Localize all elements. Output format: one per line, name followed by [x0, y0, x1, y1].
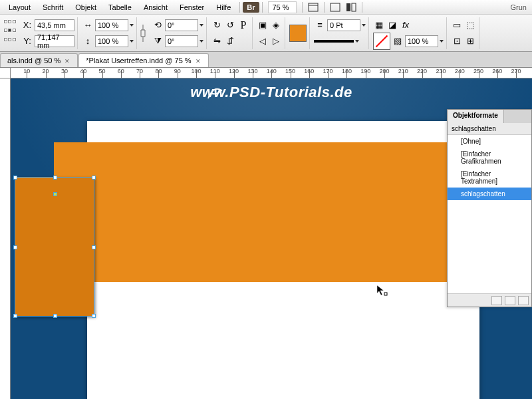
tab-label: als.indd @ 50 %	[7, 57, 61, 65]
stroke-weight-field[interactable]: 0 Pt	[327, 19, 360, 31]
svg-rect-4	[352, 3, 356, 11]
scale-x-icon: ↔	[82, 19, 94, 31]
select-next-icon[interactable]: ▷	[270, 35, 282, 47]
chevron-down-icon	[130, 24, 134, 27]
horizontal-ruler[interactable]: 0102030405060708090100110120130140150160…	[11, 68, 532, 78]
close-tab-icon[interactable]: ✕	[196, 58, 201, 64]
panel-tab[interactable]: Objektformate	[448, 110, 504, 123]
selection-frame	[15, 177, 94, 317]
constrain-proportions-icon[interactable]	[138, 20, 148, 47]
delete-style-button[interactable]	[518, 296, 529, 305]
rotation-field[interactable]: 0°	[165, 19, 198, 31]
chevron-down-icon	[362, 24, 366, 27]
no-fill-swatch[interactable]	[373, 33, 390, 50]
chevron-down-icon	[130, 40, 134, 43]
ruler-origin[interactable]	[0, 68, 11, 78]
document-tab-bar: als.indd @ 50 % ✕ *Plakat Usertreffen.in…	[0, 52, 532, 68]
style-item-graphic-frame[interactable]: [Einfacher Grafikrahmen	[448, 148, 531, 168]
y-position-icon: Y:	[21, 35, 33, 47]
svg-rect-0	[309, 3, 318, 11]
new-style-button[interactable]	[505, 296, 515, 305]
object-styles-list: [Ohne] [Einfacher Grafikrahmen [Einfache…	[448, 135, 531, 293]
zoom-value: 75 %	[273, 3, 289, 11]
shear-field[interactable]: 0°	[165, 35, 198, 47]
menu-divider	[362, 2, 362, 13]
select-container-icon[interactable]: ▣	[257, 19, 269, 31]
stroke-style-dropdown[interactable]	[314, 40, 354, 43]
scale-y-icon: ↕	[82, 35, 94, 47]
chevron-down-icon	[355, 40, 359, 43]
panel-tab-row: Objektformate	[448, 110, 531, 123]
svg-rect-3	[346, 3, 350, 11]
flip-h-icon[interactable]: ⇋	[211, 35, 223, 47]
view-mode-normal-icon[interactable]	[306, 1, 321, 13]
menu-divider	[324, 2, 325, 13]
menu-divider	[262, 2, 263, 13]
svg-rect-2	[331, 3, 340, 11]
menu-tabelle[interactable]: Tabelle	[102, 1, 138, 13]
menu-schrift[interactable]: Schrift	[37, 1, 69, 13]
y-position-field[interactable]: 71,147 mm	[35, 35, 74, 47]
opacity-field[interactable]: 100 %	[405, 35, 438, 47]
shear-icon: ⧩	[152, 35, 164, 47]
paragraph-icon[interactable]: P	[237, 19, 249, 31]
object-styles-panel: Objektformate schlagschatten [Ohne] [Ein…	[447, 109, 532, 307]
panel-footer	[448, 293, 531, 307]
panel-current-style[interactable]: schlagschatten	[448, 123, 531, 135]
website-url-text: www.PSD-Tutorials.de	[190, 84, 352, 101]
zoom-dropdown[interactable]: 75 %	[268, 1, 297, 13]
text-wrap-none-icon[interactable]: ▭	[451, 19, 463, 31]
effects-icon[interactable]: ▦	[373, 19, 385, 31]
chevron-down-icon	[200, 40, 203, 43]
opacity-icon: ▧	[392, 35, 404, 47]
menu-divider	[302, 2, 303, 13]
menu-fenster[interactable]: Fenster	[174, 1, 210, 13]
scale-x-field[interactable]: 100 %	[95, 19, 128, 31]
menu-ansicht[interactable]: Ansicht	[138, 1, 174, 13]
workspace-label[interactable]: Grun	[511, 3, 529, 11]
x-position-field[interactable]: 43,5 mm	[35, 19, 74, 31]
rotate-cw-icon[interactable]: ↻	[211, 19, 223, 31]
style-item-schlagschatten[interactable]: schlagschatten	[448, 188, 531, 200]
text-wrap-bbox-icon[interactable]: ⬚	[464, 19, 476, 31]
style-item-text-frame[interactable]: [Einfacher Textrahmen]	[448, 168, 531, 188]
select-prev-icon[interactable]: ◁	[257, 35, 269, 47]
style-item-none[interactable]: [Ohne]	[448, 135, 531, 148]
reference-point[interactable]	[3, 19, 17, 48]
clear-overrides-button[interactable]	[491, 296, 502, 305]
menu-hilfe[interactable]: Hilfe	[210, 1, 237, 13]
fit-content-icon[interactable]: ⊡	[451, 35, 463, 47]
document-tab[interactable]: als.indd @ 50 % ✕	[0, 53, 78, 67]
menu-objekt[interactable]: Objekt	[69, 1, 102, 13]
fit-frame-icon[interactable]: ⊞	[464, 35, 476, 47]
fill-color-swatch[interactable]	[289, 25, 307, 42]
chevron-down-icon	[440, 40, 444, 43]
menu-bar: Layout Schrift Objekt Tabelle Ansicht Fe…	[0, 0, 532, 15]
menu-layout[interactable]: Layout	[3, 1, 37, 13]
fx-icon[interactable]: fx	[400, 19, 412, 31]
arrange-icon[interactable]	[344, 1, 358, 13]
bridge-button[interactable]: Br	[243, 2, 259, 13]
flip-v-icon[interactable]: ⇵	[224, 35, 236, 47]
control-bar: X:43,5 mm Y:71,147 mm ↔100 % ↕100 % ⟲0° …	[0, 15, 532, 52]
menu-divider	[239, 2, 240, 13]
orange-rectangle[interactable]	[54, 142, 460, 282]
panel-empty-area	[448, 200, 531, 293]
select-content-icon[interactable]: ◈	[270, 19, 282, 31]
drop-shadow-icon[interactable]: ◪	[386, 19, 398, 31]
tab-label: *Plakat Usertreffen.indd @ 75 %	[86, 57, 191, 65]
vertical-ruler[interactable]	[0, 78, 11, 399]
close-tab-icon[interactable]: ✕	[65, 58, 70, 64]
rotate-ccw-icon[interactable]: ↺	[224, 19, 236, 31]
stroke-weight-icon: ≡	[314, 19, 326, 31]
chevron-down-icon	[200, 24, 203, 27]
x-position-icon: X:	[21, 19, 33, 31]
document-tab[interactable]: *Plakat Usertreffen.indd @ 75 % ✕	[78, 53, 208, 67]
rotation-icon: ⟲	[152, 19, 164, 31]
screen-mode-icon[interactable]	[328, 1, 342, 13]
scale-y-field[interactable]: 100 %	[95, 35, 128, 47]
